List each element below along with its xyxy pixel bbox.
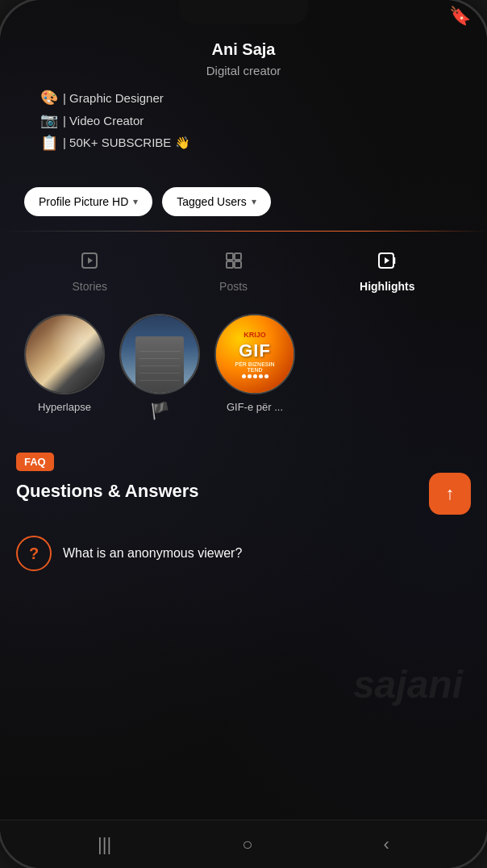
gif-visual: KRIJO GIF PËR BIZNESINTEND — [216, 315, 293, 393]
gif-top-label: KRIJO — [244, 331, 266, 339]
stories-label: Stories — [72, 280, 107, 293]
tab-posts[interactable]: Posts — [203, 246, 264, 298]
profile-picture-filter-label: Profile Picture HD — [39, 195, 128, 208]
gif-dot-4 — [259, 374, 263, 378]
filter-row: Profile Picture HD ▾ Tagged Users ▾ — [0, 173, 487, 224]
gif-label: GIF-e për ... — [227, 401, 283, 413]
tagged-users-filter-button[interactable]: Tagged Users ▾ — [162, 187, 270, 216]
highlight-circle-hyperlapse — [24, 314, 105, 394]
chevron-down-icon-2: ▾ — [252, 196, 256, 207]
divider — [0, 231, 487, 232]
profile-name: Ani Saja — [212, 40, 276, 59]
tab-highlights[interactable]: Highlights — [343, 246, 431, 298]
desc-line-3: 📋 | 50K+ SUBSCRIBE 👋 — [40, 134, 447, 152]
faq-question-text: What is an anonymous viewer? — [63, 546, 242, 561]
svg-rect-4 — [227, 261, 233, 268]
gif-sub-text: PËR BIZNESINTEND — [235, 361, 274, 373]
building-shape — [135, 336, 184, 393]
building-visual — [121, 315, 198, 393]
gif-dot-5 — [264, 374, 268, 378]
watermark: sajani — [353, 662, 463, 707]
profile-subtitle: Digital creator — [206, 64, 281, 77]
highlight-building[interactable]: 🏴 — [119, 314, 200, 420]
hyperlapse-texture — [26, 315, 103, 393]
tabs-row: Stories Posts — [0, 238, 487, 306]
desc-line-2: 📷 | Video Creator — [40, 111, 447, 129]
highlight-gif[interactable]: KRIJO GIF PËR BIZNESINTEND — [214, 314, 295, 420]
highlights-icon — [377, 251, 397, 275]
profile-description: 🎨 | Graphic Designer 📷 | Video Creator 📋… — [16, 89, 471, 156]
chevron-down-icon: ▾ — [133, 196, 138, 207]
gif-dot-3 — [253, 374, 257, 378]
highlight-circle-building — [119, 314, 200, 394]
gif-main-text: GIF — [239, 340, 271, 361]
subscribe-text: | 50K+ SUBSCRIBE 👋 — [63, 136, 190, 150]
profile-picture-filter-button[interactable]: Profile Picture HD ▾ — [24, 187, 152, 216]
hyperlapse-label: Hyperlapse — [38, 401, 91, 413]
gif-dot-2 — [248, 374, 252, 378]
screen: 🔖 Ani Saja Digital creator 🎨 | Graphic D… — [0, 0, 487, 868]
faq-header-row: Questions & Answers ↑ — [16, 481, 471, 515]
highlights-grid: Hyperlapse 🏴 KRIJO — [0, 306, 487, 436]
svg-rect-5 — [235, 261, 241, 268]
highlights-label: Highlights — [360, 280, 414, 293]
tab-stories[interactable]: Stories — [56, 246, 123, 298]
question-mark-icon: ? — [16, 536, 52, 571]
status-bar: 🔖 — [0, 0, 487, 32]
faq-title: Questions & Answers — [16, 481, 471, 502]
faq-badge: FAQ — [16, 453, 54, 471]
gif-dots — [242, 374, 268, 378]
building-label: 🏴 — [150, 401, 170, 420]
graphic-designer-text: | Graphic Designer — [63, 91, 164, 105]
desc-line-1: 🎨 | Graphic Designer — [40, 89, 447, 106]
upload-button[interactable]: ↑ — [429, 473, 471, 515]
palette-emoji: 🎨 — [40, 89, 58, 106]
tagged-users-filter-label: Tagged Users — [177, 195, 246, 208]
faq-question-row[interactable]: ? What is an anonymous viewer? — [16, 528, 471, 579]
svg-marker-1 — [88, 257, 93, 264]
clipboard-emoji: 📋 — [40, 134, 58, 152]
posts-label: Posts — [219, 280, 248, 293]
highlight-circle-gif: KRIJO GIF PËR BIZNESINTEND — [214, 314, 295, 394]
highlight-hyperlapse[interactable]: Hyperlapse — [24, 314, 105, 420]
svg-rect-3 — [235, 253, 241, 260]
phone-frame: 🔖 Ani Saja Digital creator 🎨 | Graphic D… — [0, 0, 487, 868]
svg-rect-2 — [227, 253, 233, 260]
posts-icon — [224, 251, 244, 275]
camera-emoji: 📷 — [40, 111, 58, 129]
gif-dot-1 — [242, 374, 246, 378]
svg-marker-7 — [385, 257, 389, 264]
faq-titles: Questions & Answers — [16, 481, 471, 515]
profile-header: Ani Saja Digital creator 🎨 | Graphic Des… — [0, 32, 487, 173]
main-content: 🔖 Ani Saja Digital creator 🎨 | Graphic D… — [0, 0, 487, 868]
stories-icon — [80, 251, 99, 275]
faq-section: FAQ Questions & Answers ↑ ? What is an a… — [0, 436, 487, 587]
bookmark-icon[interactable]: 🔖 — [449, 6, 471, 27]
video-creator-text: | Video Creator — [63, 114, 144, 127]
upload-arrow-icon: ↑ — [446, 483, 455, 504]
